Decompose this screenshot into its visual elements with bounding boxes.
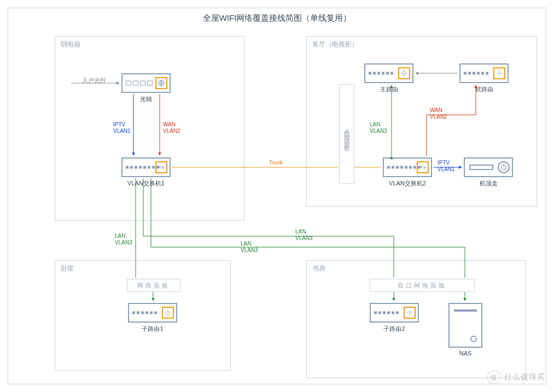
router-icon	[493, 67, 505, 79]
faceplate-bedroom: 网络面板	[127, 279, 180, 292]
label-iptv-vlan1: IPTV VLAN1	[113, 121, 131, 134]
label-fiber-in: 入户光纤	[82, 77, 106, 85]
device-label: 机顶盒	[464, 179, 513, 188]
zone-label-study: 书房	[312, 264, 325, 273]
device-settop-box: 机顶盒	[464, 157, 513, 188]
device-main-router: 主路由	[364, 63, 413, 93]
watermark-badge-icon: 值	[487, 370, 501, 384]
device-vlan-switch-1: VLAN交换机1	[121, 157, 171, 188]
device-sub-router-2: 子路由2	[370, 303, 419, 333]
faceplate-single-port: 单口网络面板	[339, 84, 354, 184]
device-modem: 光猫	[121, 73, 171, 103]
label-wan-vlan2: WAN VLAN2	[163, 121, 180, 134]
device-label: 主路由	[364, 85, 413, 93]
diagram-title: 全屋WIFI网络覆盖接线简图（单线复用）	[0, 13, 554, 24]
label-trunk: Trunk	[269, 160, 283, 166]
zone-label-living: 客厅（电视柜）	[312, 40, 358, 49]
device-label: 子路由1	[128, 325, 177, 333]
switch-icon	[417, 161, 429, 173]
router-icon	[398, 67, 410, 79]
zone-label-weakbox: 弱电箱	[61, 40, 80, 49]
watermark-text: 什么值得买	[504, 372, 545, 382]
router-icon	[162, 307, 174, 319]
device-label: VLAN交换机1	[121, 179, 171, 188]
device-nas: NAS	[448, 303, 482, 356]
label-wan-vlan2-2: WAN VLAN2	[430, 107, 447, 120]
label-iptv-vlan1-2: IPTV VLAN1	[438, 160, 455, 173]
globe-icon	[155, 77, 167, 89]
diagram-canvas: 全屋WIFI网络覆盖接线简图（单线复用） 弱电箱 客厅（电视柜） 卧室 书房 单…	[0, 0, 554, 392]
device-label: 软路由	[459, 85, 509, 93]
device-sub-router-1: 子路由1	[128, 303, 177, 333]
zone-label-bedroom: 卧室	[61, 264, 74, 273]
watermark: 值 什么值得买	[487, 370, 545, 384]
device-label: NAS	[448, 350, 482, 356]
switch-icon	[155, 161, 167, 173]
power-icon	[498, 161, 510, 173]
device-label: 光猫	[121, 95, 171, 103]
device-label: VLAN交换机2	[383, 179, 432, 188]
label-lan-vlan3-3: LAN VLAN3	[295, 229, 313, 242]
faceplate-study-dual: 双口网络面板	[370, 279, 475, 292]
device-vlan-switch-2: VLAN交换机2	[383, 157, 432, 188]
router-icon	[404, 307, 416, 319]
label-lan-vlan3-4: LAN VLAN3	[241, 241, 258, 254]
zone-weakbox: 弱电箱	[55, 36, 244, 221]
device-soft-router: 软路由	[459, 63, 509, 93]
label-lan-vlan3-1: LAN VLAN3	[370, 121, 387, 134]
device-label: 子路由2	[370, 325, 419, 333]
label-lan-vlan3-2: LAN VLAN3	[115, 233, 132, 246]
